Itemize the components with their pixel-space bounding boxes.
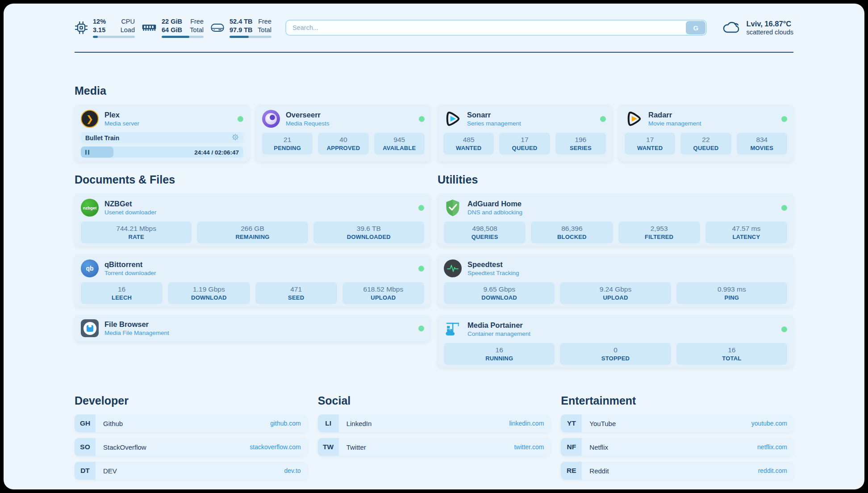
bookmark-url: dev.to [284,467,307,474]
two-column-area: Documents & Files nzbget NZBGet Usenet d… [75,173,793,368]
bookmark-github[interactable]: GH Github github.com [75,414,307,432]
service-name: NZBGet [104,200,156,209]
qbittorrent-card-header: qb qBittorrent Torrent downloader [81,259,424,277]
service-description: DNS and adblocking [467,209,522,216]
weather-text: Lviv, 16.87°C scattered clouds [746,20,793,36]
portainer-card-header: Media Portainer Container management [444,320,787,338]
disk-free-value: 52.4 TB [230,17,253,26]
service-card-overseerr[interactable]: Overseerr Media Requests 21PENDING 40APP… [256,104,431,162]
stat-tile: 834MOVIES [737,133,787,155]
service-name: Overseerr [286,111,330,120]
ram-stat: 22 GiBFree 64 GiBTotal [142,17,204,38]
bookmark-name: StackOverflow [96,443,250,451]
service-name: qBittorrent [104,260,156,269]
service-name: Plex [104,111,139,120]
service-name: Media Portainer [467,321,530,330]
stat-tile: 471SEED [255,282,337,304]
stat-tile: 17WANTED [625,133,675,155]
cpu-icon [75,21,88,34]
cpu-label-top: CPU [121,17,135,26]
documents-column: Documents & Files nzbget NZBGet Usenet d… [75,173,430,368]
stat-tile: 39.6 TBDOWNLOADED [313,221,424,243]
service-card-speedtest[interactable]: Speedtest Speedtest Tracking 9.65 GbpsDO… [438,254,793,307]
service-card-radarr[interactable]: Radarr Movie management 17WANTED 22QUEUE… [618,104,793,162]
status-dot [781,205,787,211]
speedtest-card-header: Speedtest Speedtest Tracking [444,259,787,277]
ram-stat-body: 22 GiBFree 64 GiBTotal [162,17,204,38]
bookmark-group-entertainment: Entertainment YT YouTube youtube.com NF … [561,394,793,480]
stat-tile: 9.65 GbpsDOWNLOAD [444,282,555,304]
service-card-filebrowser[interactable]: File Browser Media File Management [75,315,430,342]
service-card-adguard[interactable]: AdGuard Home DNS and adblocking 498,508Q… [438,193,793,246]
bookmark-reddit[interactable]: RE Reddit reddit.com [561,462,793,480]
service-card-nzbget[interactable]: nzbget NZBGet Usenet downloader 744.21 M… [75,193,430,246]
stat-tile: 485WANTED [443,133,494,155]
service-card-qbittorrent[interactable]: qb qBittorrent Torrent downloader 16LEEC… [75,254,430,307]
stat-tile: 266 GBREMAINING [197,221,308,243]
status-dot [781,116,787,122]
pause-icon[interactable] [85,150,89,155]
overseerr-icon [262,110,280,128]
now-playing-title-row: Bullet Train [81,132,243,143]
service-description: Media server [104,120,139,127]
bookmark-netflix[interactable]: NF Netflix netflix.com [561,438,793,456]
service-description: Container management [467,330,530,337]
bookmark-group-developer: Developer GH Github github.com SO StackO… [75,394,307,480]
nzbget-card-header: nzbget NZBGet Usenet downloader [81,199,424,217]
sonarr-card-header: Sonarr Series management [443,110,606,128]
bookmark-abbr-badge: RE [561,462,582,480]
stat-tile: 47.57 msLATENCY [705,221,787,243]
section-title-media: Media [75,84,793,97]
qbittorrent-stats: 16LEECH 1.19 GbpsDOWNLOAD 471SEED 618.52… [81,282,424,304]
stat-tile: 16RUNNING [444,343,555,365]
now-playing-title: Bullet Train [85,134,119,142]
radarr-stats: 17WANTED 22QUEUED 834MOVIES [625,133,787,155]
bookmark-url: linkedin.com [509,420,551,427]
service-description: Torrent downloader [104,270,156,276]
now-playing-settings-icon[interactable] [232,134,239,142]
ram-progress-track [162,36,204,38]
bookmark-twitter[interactable]: TW Twitter twitter.com [318,438,551,456]
search-input[interactable] [285,20,707,36]
bookmark-abbr-badge: GH [75,414,96,432]
nzbget-icon-text: nzbget [83,205,97,210]
service-description: Media Requests [286,120,330,127]
bookmark-abbr-badge: SO [75,438,96,456]
cpu-label-bottom: Load [121,26,135,34]
bookmark-group-title: Entertainment [561,394,793,407]
disk-progress-track [230,36,271,38]
service-card-plex[interactable]: ❯ Plex Media server Bullet Train [75,104,250,162]
bookmark-name: Github [96,420,270,427]
bookmark-linkedin[interactable]: LI LinkedIn linkedin.com [318,414,551,432]
status-dot [419,116,425,122]
portainer-icon [444,320,462,338]
bookmark-name: Twitter [339,443,514,451]
plex-icon-glyph: ❯ [86,113,94,124]
stat-tile: 945AVAILABLE [374,133,425,155]
search-provider-button[interactable]: G [686,21,705,34]
bookmark-youtube[interactable]: YT YouTube youtube.com [561,414,793,432]
service-name: AdGuard Home [467,200,522,209]
speedtest-icon [444,259,462,277]
service-description: Series management [467,120,521,127]
service-card-portainer[interactable]: Media Portainer Container management 16R… [438,315,793,368]
bookmark-url: twitter.com [514,443,550,451]
service-name: Sonarr [467,111,521,120]
ram-label-top: Free [190,17,204,26]
disk-label-bottom: Total [258,26,271,34]
portainer-stats: 16RUNNING 0STOPPED 16TOTAL [444,343,787,365]
bookmark-dev[interactable]: DT DEV dev.to [75,462,307,480]
service-name: Radarr [648,111,701,120]
bookmark-url: netflix.com [757,443,793,451]
stat-tile: 744.21 MbpsRATE [81,221,192,243]
service-card-sonarr[interactable]: Sonarr Series management 485WANTED 17QUE… [437,104,612,162]
bookmark-name: DEV [96,467,284,475]
bookmark-stackoverflow[interactable]: SO StackOverflow stackoverflow.com [75,438,307,456]
bookmark-group-title: Developer [75,394,307,407]
stat-tile: 40APPROVED [318,133,368,155]
now-playing-time: 24:44 / 02:06:47 [194,149,239,155]
service-name: Speedtest [467,260,519,269]
overseerr-card-header: Overseerr Media Requests [262,110,425,128]
weather-widget: Lviv, 16.87°C scattered clouds [722,20,793,36]
sonarr-icon [443,110,461,128]
